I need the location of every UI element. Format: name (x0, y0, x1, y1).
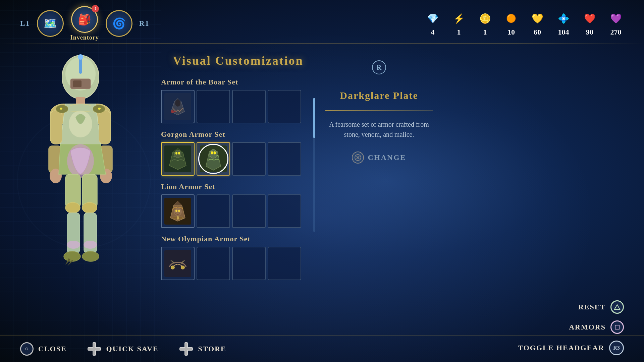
store-action[interactable]: STORE (179, 342, 226, 356)
armors-label: ARMORS (569, 323, 606, 331)
svg-point-19 (65, 202, 80, 213)
dpad-button-save[interactable] (87, 342, 102, 356)
inventory-icon: 🎒 (78, 13, 91, 26)
resources-bar: 💎 4 ⚡ 1 🪙 1 🟠 10 💛 60 💠 104 ❤️ 90 💜 (425, 10, 624, 37)
crystal-blue-icon: 💠 (555, 10, 572, 26)
gorgon-slot-2[interactable] (232, 142, 266, 176)
lion-item-0 (164, 198, 191, 225)
circle-button[interactable]: ○ (20, 342, 34, 356)
resource-crystal: 💎 4 (425, 10, 441, 37)
olympian-slot-3[interactable] (268, 247, 301, 280)
close-action[interactable]: ○ CLOSE (20, 342, 67, 356)
olympian-slot-0[interactable] (161, 247, 195, 280)
gorgon-slot-0[interactable] (161, 142, 195, 176)
change-icon (352, 152, 364, 164)
details-panel: R Darkglare Plate A fearsome set of armo… (315, 47, 443, 362)
gem-yellow-icon: 💛 (529, 10, 545, 26)
resource-gem-yellow: 💛 60 (529, 10, 545, 37)
change-label: CHANGE (368, 153, 407, 162)
nav-tab-quests[interactable]: 🗺️ (37, 10, 64, 37)
lion-slot-0[interactable] (161, 194, 195, 228)
close-label: CLOSE (38, 345, 67, 353)
gem-red-count: 90 (586, 28, 593, 37)
change-button[interactable]: CHANGE (352, 152, 407, 164)
crystal-icon: 💎 (425, 10, 441, 26)
boar-slot-1[interactable] (197, 90, 230, 123)
gem-purple-count: 270 (610, 28, 622, 37)
svg-point-51 (181, 266, 184, 269)
nav-tab-inventory[interactable]: 🎒 ! Inventory (70, 6, 99, 41)
resource-orb-orange: 🟠 10 (503, 10, 519, 37)
olympian-set-title: New Olympian Armor Set (161, 235, 307, 243)
coin-count: 1 (483, 28, 487, 37)
bottom-bar: ○ CLOSE QUICK SAVE STORE (0, 335, 644, 362)
orb-orange-count: 10 (507, 28, 515, 37)
l1-button[interactable]: L1 (20, 19, 30, 28)
nav-tabs: L1 🗺️ 🎒 ! Inventory 🌀 R1 (20, 6, 150, 41)
lion-armor-grid (161, 194, 307, 228)
gem-red-icon: ❤️ (582, 10, 598, 26)
lion-slot-2[interactable] (232, 194, 266, 228)
resource-gem-purple: 💜 270 (608, 10, 624, 37)
svg-point-44 (174, 208, 182, 216)
olympian-slot-2[interactable] (232, 247, 266, 280)
gorgon-slot-1[interactable] (197, 142, 230, 176)
circle-icon: ○ (25, 345, 29, 352)
character-figure (17, 50, 144, 312)
r-button-label: R (377, 64, 381, 71)
inventory-label: Inventory (70, 34, 99, 41)
gorgon-item-1 (200, 145, 227, 172)
square-button[interactable] (610, 320, 624, 334)
svg-point-36 (174, 150, 181, 158)
boar-armor-grid (161, 90, 307, 123)
resource-lightning: ⚡ 1 (451, 10, 467, 37)
top-bar: L1 🗺️ 🎒 ! Inventory 🌀 R1 💎 4 ⚡ (0, 0, 644, 47)
dpad-button-store[interactable] (179, 342, 194, 356)
olympian-slot-1[interactable] (197, 247, 230, 280)
r1-button[interactable]: R1 (139, 19, 150, 28)
boar-slot-3[interactable] (268, 90, 301, 123)
svg-rect-60 (88, 348, 100, 350)
svg-point-37 (175, 152, 177, 155)
scrollbar-container (310, 78, 315, 287)
inventory-panel: Visual Customization Armor of the Boar S… (161, 47, 315, 362)
nav-tab-abilities[interactable]: 🌀 (106, 10, 132, 37)
coin-icon: 🪙 (477, 10, 493, 26)
boar-slot-2[interactable] (232, 90, 266, 123)
gem-yellow-count: 60 (534, 28, 541, 37)
quick-save-action[interactable]: QUICK SAVE (87, 342, 159, 356)
boar-slot-0[interactable] (161, 90, 195, 123)
scroll-track[interactable] (313, 98, 315, 232)
reset-action[interactable]: RESET (578, 300, 624, 314)
svg-point-20 (82, 202, 97, 213)
svg-rect-10 (50, 111, 62, 144)
svg-point-32 (98, 108, 101, 110)
abilities-icon-circle: 🌀 (106, 10, 132, 37)
svg-point-3 (78, 54, 83, 60)
svg-rect-5 (73, 80, 82, 87)
armor-scroll-container: Armor of the Boar Set (161, 78, 315, 287)
quests-icon-circle: 🗺️ (37, 10, 64, 37)
scroll-thumb[interactable] (313, 98, 315, 138)
svg-point-31 (60, 108, 62, 110)
gorgon-slot-3[interactable] (268, 142, 301, 176)
resource-crystal-blue: 💠 104 (555, 10, 572, 37)
panel-title: Visual Customization (161, 54, 315, 68)
svg-rect-6 (76, 97, 85, 104)
character-panel (0, 0, 161, 362)
svg-point-34 (175, 100, 180, 107)
svg-point-46 (178, 210, 180, 212)
r-button: R (372, 60, 386, 74)
selected-item-description: A fearsome set of armor crafted from sto… (325, 119, 433, 139)
svg-point-23 (67, 241, 80, 249)
lion-slot-1[interactable] (197, 194, 230, 228)
armors-action[interactable]: ARMORS (569, 320, 624, 334)
gorgon-set-title: Gorgon Armor Set (161, 130, 307, 139)
lion-slot-3[interactable] (268, 194, 301, 228)
resource-coin: 🪙 1 (477, 10, 493, 37)
triangle-button[interactable] (610, 300, 624, 314)
top-border (0, 44, 644, 44)
svg-point-38 (178, 152, 180, 155)
svg-point-26 (82, 251, 99, 261)
olympian-item-0 (164, 250, 191, 277)
